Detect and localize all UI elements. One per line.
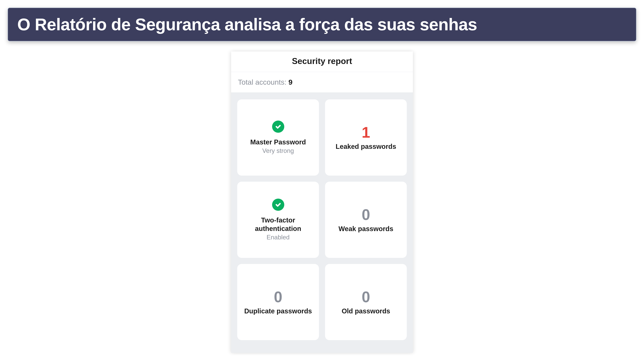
card-master-password[interactable]: Master Password Very strong — [237, 99, 319, 176]
card-subtitle: Very strong — [262, 147, 294, 154]
headline-banner: O Relatório de Segurança analisa a força… — [8, 8, 636, 41]
card-label: Weak passwords — [338, 225, 394, 233]
report-card-grid: Master Password Very strong 1 Leaked pas… — [231, 93, 413, 353]
card-label: Duplicate passwords — [244, 307, 312, 315]
card-two-factor[interactable]: Two-factor authentication Enabled — [237, 182, 319, 258]
old-count: 0 — [362, 289, 370, 305]
total-accounts-count: 9 — [288, 78, 292, 86]
card-subtitle: Enabled — [267, 234, 290, 241]
card-title: Master Password — [250, 138, 306, 146]
security-report-panel: Security report Total accounts: 9 Master… — [231, 52, 413, 353]
card-title: Two-factor authentication — [241, 216, 315, 233]
total-accounts-label: Total accounts: — [238, 78, 288, 86]
leaked-count: 1 — [362, 125, 370, 140]
check-circle-icon — [272, 199, 284, 211]
weak-count: 0 — [362, 207, 370, 222]
card-duplicate-passwords[interactable]: 0 Duplicate passwords — [237, 264, 319, 340]
card-label: Leaked passwords — [336, 143, 396, 150]
duplicate-count: 0 — [274, 289, 282, 305]
headline-text: O Relatório de Segurança analisa a força… — [17, 15, 477, 34]
card-label: Old passwords — [342, 307, 390, 315]
panel-title: Security report — [231, 52, 413, 72]
check-circle-icon — [272, 121, 284, 133]
card-old-passwords[interactable]: 0 Old passwords — [325, 264, 407, 340]
card-weak-passwords[interactable]: 0 Weak passwords — [325, 182, 407, 258]
total-accounts-row: Total accounts: 9 — [231, 72, 413, 93]
card-leaked-passwords[interactable]: 1 Leaked passwords — [325, 99, 407, 176]
